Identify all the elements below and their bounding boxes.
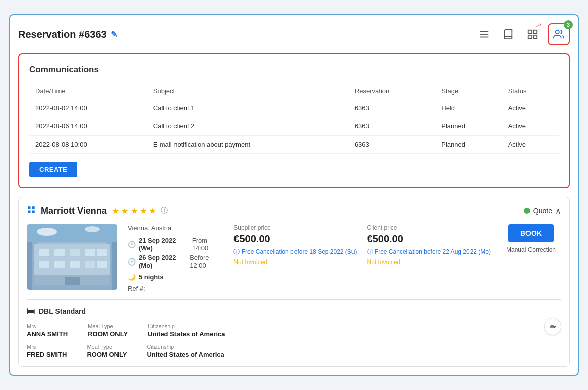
cell-reservation: 6363	[348, 117, 435, 136]
communications-section: Communications Date/Time Subject Reserva…	[18, 53, 570, 188]
page-title-area: Reservation #6363 ✎	[18, 29, 117, 40]
room-type-row: 🛏 DBL Standard	[27, 307, 561, 316]
col-stage: Stage	[435, 83, 502, 99]
cell-reservation: 6363	[348, 136, 435, 154]
svg-rect-19	[85, 249, 95, 256]
quote-badge[interactable]: Quote ∧	[524, 206, 561, 216]
quote-dot	[524, 208, 530, 214]
bed-icon: 🛏	[27, 307, 35, 316]
hotel-section: Marriott Vienna ★ ★ ★ ★ ★ ⓘ Quote ∧	[18, 197, 570, 367]
communications-table: Date/Time Subject Reservation Stage Stat…	[29, 83, 559, 154]
cell-datetime: 2022-08-02 14:00	[29, 99, 147, 117]
chevron-up-icon: ∧	[555, 206, 561, 216]
citizenship-value: United States of America	[147, 351, 224, 358]
cell-stage: Planned	[435, 136, 502, 154]
svg-rect-24	[85, 261, 95, 268]
room-type: DBL Standard	[39, 307, 86, 315]
col-reservation: Reservation	[348, 83, 435, 99]
checkout-before: Before 12:00	[190, 254, 223, 269]
checkin-icon: 🕐	[128, 241, 136, 248]
cell-stage: Planned	[435, 117, 502, 136]
svg-rect-25	[97, 261, 107, 268]
hotel-location: Vienna, Austria	[128, 224, 223, 232]
cell-datetime: 2022-08-08 10:00	[29, 136, 147, 154]
client-cancellation-text: Free Cancellation before 22 Aug 2022 (Mo…	[375, 248, 491, 255]
citizenship-label: Citizenship	[148, 323, 225, 329]
nights-value: 5 nights	[139, 273, 164, 281]
checkout-icon: 🕐	[128, 258, 136, 266]
cell-subject: E-mail notification about payment	[147, 136, 348, 154]
col-status: Status	[502, 83, 559, 99]
meal-type-label: Meal Type	[87, 344, 127, 350]
ref-label: Ref #:	[128, 285, 145, 292]
client-price-col: Client price €500.00 ⓘ Free Cancellation…	[367, 224, 491, 292]
guest-title-name: Mrs ANNA SMITH	[27, 323, 68, 338]
client-invoiced: Not Invoiced	[367, 258, 491, 266]
hotel-stars: ★ ★ ★ ★ ★	[112, 206, 156, 216]
guest-row: Mrs FRED SMITH Meal Type ROOM ONLY Citiz…	[27, 344, 544, 358]
hotel-details: Vienna, Austria 🕐 21 Sep 2022 (We) From …	[128, 224, 223, 292]
cell-subject: Call to client 2	[147, 117, 348, 136]
svg-rect-17	[54, 249, 65, 256]
hotel-body: Vienna, Austria 🕐 21 Sep 2022 (We) From …	[27, 224, 561, 292]
users-button[interactable]: 3	[548, 23, 570, 45]
guest-meal: Meal Type ROOM ONLY	[88, 323, 128, 338]
cell-datetime: 2022-08-06 14:00	[29, 117, 147, 136]
hotel-dates: 🕐 21 Sep 2022 (We) From 14:00 🕐 26 Sep 2…	[128, 237, 223, 269]
book-view-icon[interactable]	[499, 25, 517, 43]
create-button[interactable]: CREATE	[29, 162, 77, 177]
col-subject: Subject	[147, 83, 348, 99]
client-cancellation: ⓘ Free Cancellation before 22 Aug 2022 (…	[367, 248, 491, 256]
cell-status: Active	[502, 117, 559, 136]
book-col: BOOK Manual Correction	[501, 224, 561, 292]
checkin-row: 🕐 21 Sep 2022 (We) From 14:00	[128, 237, 223, 252]
guest-rows: Mrs ANNA SMITH Meal Type ROOM ONLY Citiz…	[27, 323, 544, 358]
svg-point-29	[37, 228, 57, 236]
manual-correction[interactable]: Manual Correction	[506, 246, 556, 253]
moon-icon: 🌙	[128, 273, 136, 281]
supplier-price-col: Supplier price €500.00 ⓘ Free Cancellati…	[233, 224, 357, 292]
cell-status: Active	[502, 136, 559, 154]
hotel-name-row: Marriott Vienna ★ ★ ★ ★ ★ ⓘ	[27, 205, 168, 216]
edit-pencil-button[interactable]: ✏	[544, 318, 561, 335]
meal-type-label: Meal Type	[88, 323, 128, 329]
client-price-value: €500.00	[367, 233, 491, 245]
client-price-label: Client price	[367, 224, 491, 231]
checkout-row: 🕐 26 Sep 2022 (Mo) Before 12:00	[128, 254, 223, 269]
svg-rect-16	[39, 249, 49, 256]
cell-subject: Call to client 1	[147, 99, 348, 117]
comm-table-row: 2022-08-06 14:00 Call to client 2 6363 P…	[29, 117, 559, 136]
guest-citizenship: Citizenship United States of America	[147, 344, 224, 358]
svg-rect-27	[65, 277, 80, 285]
svg-rect-20	[97, 249, 107, 256]
list-view-icon[interactable]	[475, 25, 493, 43]
hotel-info-icon[interactable]: ⓘ	[161, 206, 168, 215]
svg-rect-21	[39, 261, 49, 268]
supplier-invoiced: Not Invoiced	[233, 258, 357, 266]
meal-type-value: ROOM ONLY	[87, 351, 127, 358]
guest-title: Mrs	[27, 344, 67, 350]
hotel-name: Marriott Vienna	[41, 206, 107, 216]
book-button[interactable]: BOOK	[508, 224, 554, 242]
svg-rect-8	[28, 206, 30, 209]
checkin-from: From 14:00	[192, 237, 224, 252]
svg-rect-18	[70, 249, 80, 256]
guest-name: ANNA SMITH	[27, 330, 68, 338]
guest-title-name: Mrs FRED SMITH	[27, 344, 67, 358]
svg-rect-10	[28, 211, 30, 213]
guest-name: FRED SMITH	[27, 351, 67, 358]
edit-title-icon[interactable]: ✎	[111, 30, 117, 39]
supplier-price-label: Supplier price	[233, 224, 357, 231]
col-datetime: Date/Time	[29, 83, 147, 99]
supplier-price-value: €500.00	[233, 233, 357, 245]
svg-rect-11	[32, 211, 35, 213]
main-container: Reservation #6363 ✎	[9, 14, 579, 376]
arrow-indicator: 3	[548, 23, 570, 45]
hotel-header: Marriott Vienna ★ ★ ★ ★ ★ ⓘ Quote ∧	[27, 205, 561, 216]
supplier-cancellation-text: Free Cancellation before 18 Sep 2022 (Su…	[242, 248, 357, 255]
cell-stage: Held	[435, 99, 502, 117]
supplier-cancellation: ⓘ Free Cancellation before 18 Sep 2022 (…	[233, 248, 357, 256]
citizenship-label: Citizenship	[147, 344, 224, 350]
guest-meal: Meal Type ROOM ONLY	[87, 344, 127, 358]
svg-rect-9	[32, 206, 35, 209]
